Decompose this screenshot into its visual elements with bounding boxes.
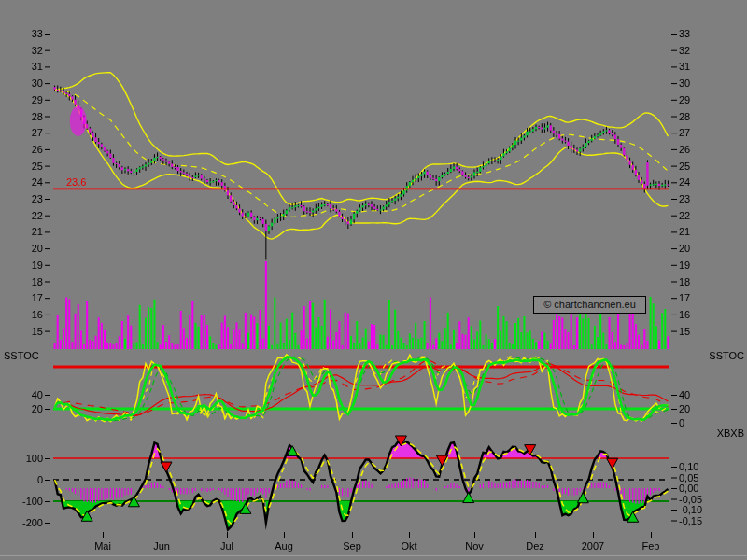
xbxb-tick-right: -0,05 xyxy=(679,494,727,505)
price-tick-right: 30 xyxy=(679,77,722,89)
price-tick-right: 18 xyxy=(679,276,722,287)
price-tick-right: 15 xyxy=(679,326,722,337)
price-tick-right: 25 xyxy=(679,161,722,172)
price-tick-right: 23 xyxy=(679,193,722,204)
price-tick-right: 27 xyxy=(679,127,722,138)
xbxb-tick-right: 0,05 xyxy=(679,472,727,483)
xbxb-tick-right: 0,10 xyxy=(679,461,727,472)
price-tick-left: 27 xyxy=(6,127,43,138)
xbxb-right-label: XBXB xyxy=(679,427,744,439)
price-tick-right: 22 xyxy=(679,210,722,221)
price-tick-left: 20 xyxy=(6,243,43,254)
sstoc-tick-right: 20 xyxy=(679,403,722,414)
price-tick-left: 26 xyxy=(6,144,43,155)
sstoc-left-label: SSTOC xyxy=(4,350,39,361)
month-label: Mai xyxy=(84,540,121,552)
price-tick-left: 23 xyxy=(6,193,43,204)
month-label: Jun xyxy=(143,540,180,552)
xbxb-tick-left: 100 xyxy=(6,453,43,464)
price-tick-right: 24 xyxy=(679,176,722,188)
sstoc-tick-left: 20 xyxy=(6,403,43,414)
price-tick-right: 33 xyxy=(679,28,722,39)
xbxb-tick-right: 0,00 xyxy=(679,483,727,494)
xbxb-tick-left: -200 xyxy=(6,517,43,528)
price-tick-left: 25 xyxy=(6,161,43,172)
month-label: Okt xyxy=(390,540,428,552)
month-label: Aug xyxy=(265,540,303,552)
xbxb-tick-left: -100 xyxy=(6,496,43,507)
chart-window: SSTOC SSTOC XBXB 23.6 © chartchancnen.eu… xyxy=(0,0,747,560)
price-tick-right: 28 xyxy=(679,111,722,122)
price-tick-left: 18 xyxy=(6,276,43,287)
price-tick-left: 15 xyxy=(6,326,43,337)
price-tick-left: 17 xyxy=(6,292,43,303)
price-tick-right: 26 xyxy=(679,144,722,155)
price-tick-right: 21 xyxy=(679,226,722,237)
price-tick-left: 30 xyxy=(6,77,43,89)
price-tick-left: 31 xyxy=(6,61,43,72)
month-label: Dez xyxy=(516,540,554,552)
price-tick-right: 20 xyxy=(679,243,722,254)
price-tick-right: 32 xyxy=(679,45,722,56)
price-tick-right: 19 xyxy=(679,259,722,271)
price-tick-left: 19 xyxy=(6,259,43,271)
bottom-bevel xyxy=(0,555,747,556)
chart-canvas[interactable] xyxy=(0,0,747,560)
month-label: Jul xyxy=(208,540,246,552)
price-tick-left: 33 xyxy=(6,28,43,39)
xbxb-tick-left: 0 xyxy=(6,474,43,485)
price-tick-right: 31 xyxy=(679,61,722,72)
price-tick-left: 32 xyxy=(6,45,43,56)
xbxb-tick-right: -0,10 xyxy=(679,504,727,515)
watermark-badge: © chartchancnen.eu xyxy=(533,296,646,314)
month-label: Sep xyxy=(333,540,371,552)
price-tick-right: 17 xyxy=(679,292,722,303)
price-tick-left: 22 xyxy=(6,210,43,221)
price-tick-left: 16 xyxy=(6,309,43,320)
sstoc-tick-right: 40 xyxy=(679,389,722,400)
month-label: Feb xyxy=(632,540,669,552)
xbxb-tick-right: -0,15 xyxy=(679,515,727,526)
sstoc-tick-right: 0 xyxy=(679,417,722,428)
sstoc-tick-left: 40 xyxy=(6,389,43,400)
price-tick-left: 21 xyxy=(6,226,43,237)
price-tick-left: 29 xyxy=(6,94,43,105)
price-tick-right: 29 xyxy=(679,94,722,105)
price-tick-left: 24 xyxy=(6,176,43,188)
month-label: 2007 xyxy=(574,540,612,552)
price-tick-right: 16 xyxy=(679,309,722,320)
month-label: Nov xyxy=(456,540,493,552)
price-tick-left: 28 xyxy=(6,111,43,122)
sstoc-right-label: SSTOC xyxy=(679,350,744,361)
price-line-value-label: 23.6 xyxy=(66,176,86,188)
